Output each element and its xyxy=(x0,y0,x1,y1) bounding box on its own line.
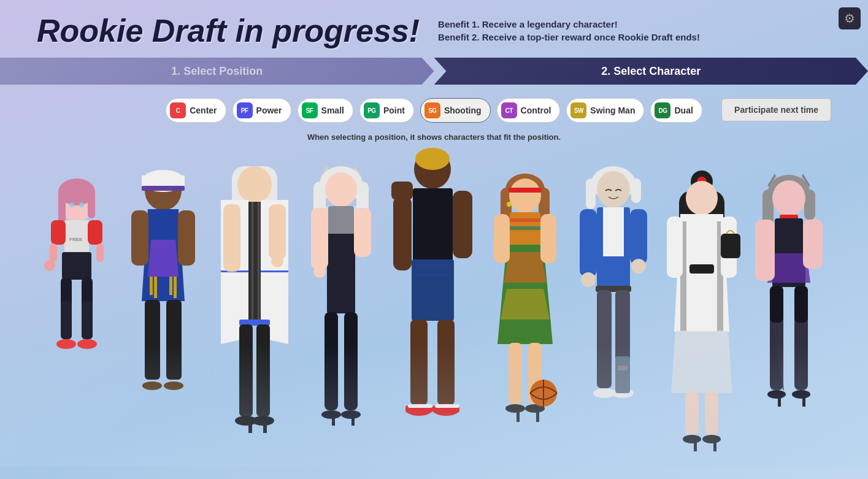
svg-rect-123 xyxy=(494,214,510,263)
filter-center[interactable]: C Center xyxy=(166,98,226,123)
character-slot-6[interactable] xyxy=(481,160,569,461)
svg-rect-57 xyxy=(248,421,252,433)
filter-shooting[interactable]: SG Shooting xyxy=(420,98,491,123)
svg-rect-90 xyxy=(413,188,453,262)
svg-point-19 xyxy=(44,260,55,271)
badge-dual: DG xyxy=(655,102,670,118)
svg-rect-170 xyxy=(804,190,815,220)
filter-power[interactable]: PF Power xyxy=(232,98,291,123)
svg-point-187 xyxy=(792,390,810,399)
filter-point[interactable]: PG Point xyxy=(359,98,414,123)
svg-point-108 xyxy=(507,202,512,207)
character-slot-1[interactable]: FREE xyxy=(37,166,116,461)
character-slot-3[interactable] xyxy=(210,148,299,461)
label-control: Control xyxy=(521,105,551,115)
svg-rect-95 xyxy=(410,320,428,405)
svg-rect-107 xyxy=(509,188,542,193)
svg-rect-80 xyxy=(311,208,328,269)
svg-rect-134 xyxy=(597,290,612,388)
svg-rect-89 xyxy=(391,182,413,200)
svg-point-143 xyxy=(631,259,646,274)
position-filters: C Center PF Power SF Small PG Point SG S… xyxy=(37,85,831,129)
svg-point-142 xyxy=(581,272,596,287)
svg-rect-158 xyxy=(694,439,697,451)
svg-rect-47 xyxy=(258,202,259,324)
badge-center: C xyxy=(170,102,186,118)
character-slot-2[interactable] xyxy=(116,154,210,461)
svg-rect-38 xyxy=(131,210,148,266)
svg-rect-73 xyxy=(327,240,355,313)
svg-rect-14 xyxy=(82,301,93,339)
svg-rect-94 xyxy=(416,274,450,277)
svg-point-76 xyxy=(321,410,341,419)
filter-swingman[interactable]: SW Swing Man xyxy=(566,98,644,123)
svg-rect-32 xyxy=(169,277,172,295)
main-content: Participate next time C Center PF Power … xyxy=(0,85,868,467)
badge-power: PF xyxy=(237,102,253,118)
step-2[interactable]: 2. Select Character xyxy=(434,58,869,85)
svg-rect-39 xyxy=(178,210,195,266)
svg-rect-55 xyxy=(256,324,270,416)
svg-point-5 xyxy=(79,202,84,207)
participate-next-time-button[interactable]: Participate next time xyxy=(721,98,831,121)
svg-point-82 xyxy=(313,266,326,278)
svg-rect-99 xyxy=(408,404,432,408)
svg-rect-13 xyxy=(61,301,72,339)
svg-rect-128 xyxy=(586,178,596,209)
svg-rect-34 xyxy=(145,300,160,380)
header: Rookie Draft in progress! Benefit 1. Rec… xyxy=(0,0,868,49)
svg-rect-92 xyxy=(412,259,454,321)
filter-dual[interactable]: DG Dual xyxy=(650,98,702,123)
svg-point-147 xyxy=(686,181,718,215)
svg-rect-31 xyxy=(154,277,157,298)
svg-rect-189 xyxy=(755,220,775,281)
svg-rect-160 xyxy=(713,439,716,451)
svg-marker-72 xyxy=(326,206,356,234)
svg-rect-163 xyxy=(721,234,740,258)
svg-marker-116 xyxy=(501,289,550,320)
svg-rect-161 xyxy=(667,217,683,278)
svg-rect-10 xyxy=(62,252,91,280)
svg-point-84 xyxy=(415,148,450,170)
character-slot-9[interactable] xyxy=(746,160,831,461)
benefits-section: Benefit 1. Receive a legendary character… xyxy=(438,19,700,42)
characters-area: FREE xyxy=(37,142,831,467)
svg-rect-190 xyxy=(803,220,823,269)
svg-rect-61 xyxy=(269,204,286,259)
svg-marker-154 xyxy=(671,331,732,393)
badge-small: SF xyxy=(302,102,318,118)
svg-rect-138 xyxy=(615,356,630,393)
svg-point-41 xyxy=(237,166,272,203)
filter-control[interactable]: CT Control xyxy=(497,98,561,123)
settings-button[interactable]: ⚙ xyxy=(839,7,861,29)
svg-rect-52 xyxy=(261,270,288,272)
svg-rect-183 xyxy=(794,286,808,323)
svg-rect-8 xyxy=(51,220,66,245)
character-slot-8[interactable] xyxy=(658,160,746,461)
svg-text:FREE: FREE xyxy=(69,237,83,242)
steps-navigation: 1. Select Position 2. Select Character xyxy=(0,58,868,85)
svg-point-171 xyxy=(772,180,805,216)
svg-point-62 xyxy=(271,255,283,267)
svg-rect-79 xyxy=(351,415,355,426)
character-slot-7[interactable] xyxy=(569,154,658,461)
svg-rect-112 xyxy=(510,218,540,222)
svg-rect-102 xyxy=(435,404,459,408)
svg-point-157 xyxy=(683,435,701,443)
svg-point-119 xyxy=(505,404,525,413)
svg-marker-29 xyxy=(148,240,179,277)
svg-rect-2 xyxy=(58,191,66,224)
svg-rect-33 xyxy=(174,277,177,298)
svg-rect-155 xyxy=(685,392,699,435)
badge-swingman: SW xyxy=(570,102,586,118)
step-1[interactable]: 1. Select Position xyxy=(0,58,434,85)
character-slot-5[interactable] xyxy=(384,136,482,461)
svg-point-159 xyxy=(702,435,721,443)
filter-small[interactable]: SF Small xyxy=(298,98,353,123)
badge-point: PG xyxy=(364,102,380,118)
svg-rect-93 xyxy=(416,264,450,267)
svg-rect-74 xyxy=(325,312,338,410)
svg-point-185 xyxy=(767,390,786,399)
svg-rect-139 xyxy=(618,366,628,370)
character-slot-4[interactable] xyxy=(299,154,384,461)
